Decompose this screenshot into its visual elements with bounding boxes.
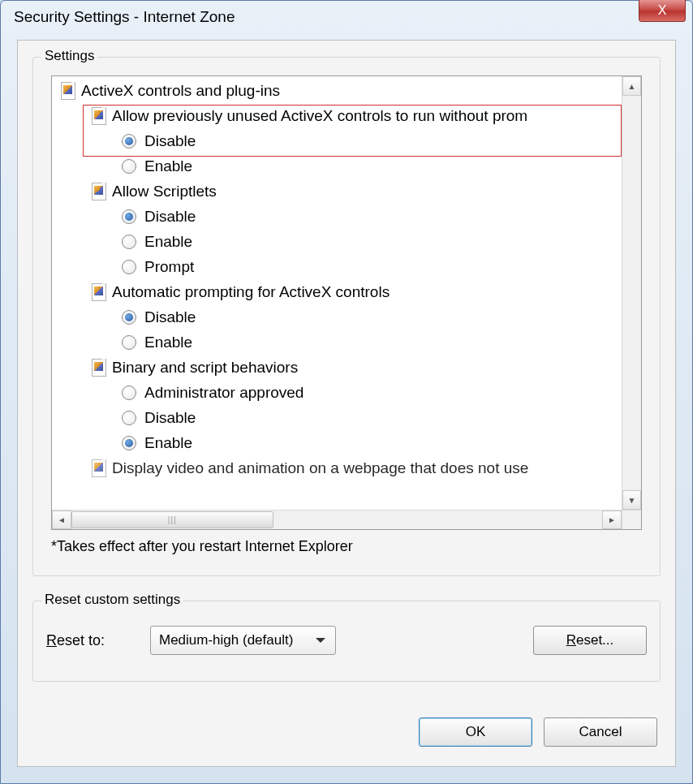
category-icon xyxy=(91,106,107,126)
titlebar: Security Settings - Internet Zone X xyxy=(1,1,692,33)
tree-option[interactable]: Disable xyxy=(57,128,622,153)
tree-category: ActiveX controls and plug-ins xyxy=(57,78,622,103)
scroll-track[interactable]: ||| xyxy=(71,510,602,529)
reset-groupbox-label: Reset custom settings xyxy=(41,592,183,608)
scroll-left-icon[interactable]: ◄ xyxy=(52,510,71,529)
settings-tree-inner[interactable]: ActiveX controls and plug-ins Allow prev… xyxy=(52,76,622,510)
tree-label: Disable xyxy=(144,204,196,229)
tree-label: Binary and script behaviors xyxy=(112,355,298,380)
scroll-up-icon[interactable]: ▲ xyxy=(622,76,641,96)
radio-icon[interactable] xyxy=(122,310,136,325)
combo-value: Medium-high (default) xyxy=(159,632,293,648)
tree-subcategory-partial: Display video and animation on a webpage… xyxy=(57,455,622,480)
radio-icon[interactable] xyxy=(122,159,136,174)
category-icon xyxy=(91,358,107,377)
tree-option[interactable]: Prompt xyxy=(57,254,622,279)
category-icon xyxy=(60,81,76,101)
ok-button[interactable]: OK xyxy=(419,717,532,747)
tree-option[interactable]: Enable xyxy=(57,330,622,355)
tree-label: Enable xyxy=(144,430,192,455)
horizontal-scrollbar[interactable]: ◄ ||| ► xyxy=(52,510,622,529)
tree-subcategory: Allow Scriptlets xyxy=(57,179,622,204)
reset-to-label: Reset to: xyxy=(46,632,136,649)
tree-subcategory: Allow previously unused ActiveX controls… xyxy=(57,103,622,128)
close-icon: X xyxy=(658,3,667,18)
tree-label: Administrator approved xyxy=(144,380,303,405)
tree-label: Allow previously unused ActiveX controls… xyxy=(112,103,527,128)
radio-icon[interactable] xyxy=(122,386,136,400)
scroll-down-icon[interactable]: ▼ xyxy=(622,490,641,510)
tree-subcategory: Automatic prompting for ActiveX controls xyxy=(57,279,622,304)
tree-option[interactable]: Disable xyxy=(57,405,622,430)
reset-button[interactable]: Reset... xyxy=(533,626,647,655)
scroll-track[interactable] xyxy=(622,96,641,490)
tree-option[interactable]: Disable xyxy=(57,304,622,330)
reset-groupbox: Reset custom settings Reset to: Medium-h… xyxy=(32,601,661,682)
radio-icon[interactable] xyxy=(122,235,136,249)
tree-label: Disable xyxy=(144,128,196,153)
tree-label: Prompt xyxy=(144,254,194,279)
category-icon xyxy=(91,282,107,302)
reset-level-combobox[interactable]: Medium-high (default) xyxy=(150,626,336,655)
tree-label: Enable xyxy=(144,330,192,355)
tree-label: Automatic prompting for ActiveX controls xyxy=(112,279,390,304)
radio-icon[interactable] xyxy=(122,134,136,149)
vertical-scrollbar[interactable]: ▲ ▼ xyxy=(622,76,641,510)
tree-option[interactable]: Enable xyxy=(57,153,622,179)
tree-label: Enable xyxy=(144,229,192,254)
tree-label: Allow Scriptlets xyxy=(112,179,217,204)
close-button[interactable]: X xyxy=(639,0,686,22)
settings-groupbox-label: Settings xyxy=(41,48,97,64)
tree-label: Disable xyxy=(144,304,196,330)
tree-subcategory: Binary and script behaviors xyxy=(57,355,622,380)
restart-note: *Takes effect after you restart Internet… xyxy=(51,538,353,555)
window-title: Security Settings - Internet Zone xyxy=(9,8,235,26)
tree-label: Enable xyxy=(144,153,192,179)
radio-icon[interactable] xyxy=(122,260,136,274)
tree-option[interactable]: Enable xyxy=(57,229,622,254)
radio-icon[interactable] xyxy=(122,411,136,425)
dialog-footer: OK Cancel xyxy=(419,717,657,747)
tree-label: Display video and animation on a webpage… xyxy=(112,455,528,480)
reset-row: Reset to: Medium-high (default) Reset... xyxy=(46,626,647,655)
radio-icon[interactable] xyxy=(122,335,136,350)
tree-option[interactable]: Administrator approved xyxy=(57,380,622,405)
scroll-right-icon[interactable]: ► xyxy=(602,510,622,529)
dialog-content: Settings ActiveX controls and plug-ins A… xyxy=(17,40,676,767)
cancel-button[interactable]: Cancel xyxy=(544,717,657,747)
tree-option[interactable]: Enable xyxy=(57,430,622,455)
tree-label: Disable xyxy=(144,405,196,430)
category-icon xyxy=(91,182,107,201)
scroll-thumb[interactable]: ||| xyxy=(71,511,273,528)
radio-icon[interactable] xyxy=(122,436,136,450)
tree-label: ActiveX controls and plug-ins xyxy=(81,78,280,103)
settings-groupbox: Settings ActiveX controls and plug-ins A… xyxy=(32,57,661,576)
category-icon xyxy=(91,459,107,478)
radio-icon[interactable] xyxy=(122,209,136,224)
dialog-window: Security Settings - Internet Zone X Sett… xyxy=(0,0,693,784)
scroll-corner xyxy=(622,510,641,529)
settings-tree: ActiveX controls and plug-ins Allow prev… xyxy=(51,75,642,530)
tree-option[interactable]: Disable xyxy=(57,204,622,229)
